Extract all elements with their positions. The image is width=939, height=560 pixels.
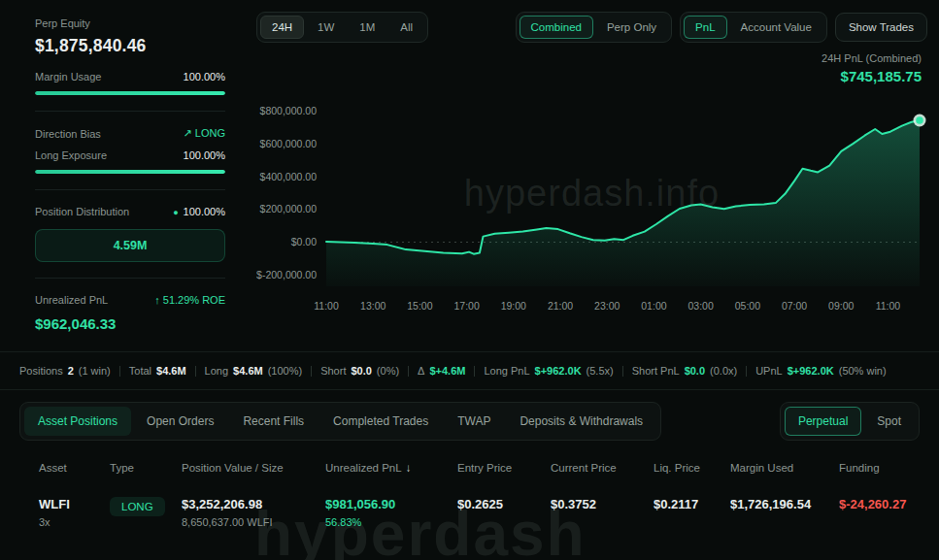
perp-equity-value: $1,875,840.46 [35, 36, 225, 56]
position-distribution-block: Position Distribution ●100.00% 4.59M [35, 190, 225, 279]
svg-text:$200,000.00: $200,000.00 [260, 203, 318, 214]
position-distribution-label: Position Distribution [35, 206, 129, 217]
svg-text:09:00: 09:00 [828, 300, 854, 312]
header-entry-price[interactable]: Entry Price [457, 462, 551, 474]
long-badge: LONG [110, 497, 165, 516]
roe-value: ↑ 51.29% ROE [154, 294, 225, 306]
svg-text:07:00: 07:00 [782, 300, 807, 312]
perp-equity-label: Perp Equity [35, 17, 225, 29]
positions-stats-bar: Positions 2 (1 win) Total $4.6M Long $4.… [0, 351, 939, 390]
table-row[interactable]: WLFI 3x LONG $3,252,206.98 8,650,637.00 … [19, 497, 920, 528]
stat-separator [408, 366, 409, 377]
tab-deposits-withdrawals[interactable]: Deposits & Withdrawals [506, 407, 656, 436]
unrealized-pnl-label: Unrealized PnL [35, 294, 108, 306]
pnl-chart-svg[interactable]: $800,000.00$600,000.00$400,000.00$200,00… [256, 86, 927, 329]
header-current-price[interactable]: Current Price [551, 462, 654, 474]
range-1m-button[interactable]: 1M [348, 16, 386, 39]
range-1w-button[interactable]: 1W [306, 16, 346, 39]
header-unrealized-pnl[interactable]: Unrealized PnL↓ [325, 462, 457, 474]
svg-text:$0.00: $0.00 [291, 236, 317, 247]
direction-bias-label: Direction Bias [35, 128, 101, 140]
sort-desc-icon: ↓ [406, 462, 412, 474]
cell-type: LONG [110, 497, 182, 516]
chart-current-value: $745,185.75 [256, 68, 922, 84]
header-liq-price[interactable]: Liq. Price [654, 462, 730, 474]
chart-mode-controls: Combined Perp Only PnL Account Value Sho… [516, 12, 927, 43]
positions-table: Asset Type Position Value / Size Unreali… [19, 462, 920, 528]
cell-unrealized-pnl: $981,056.90 56.83% [325, 497, 457, 528]
tab-open-orders[interactable]: Open Orders [133, 407, 227, 436]
perp-equity-block: Perp Equity $1,875,840.46 Margin Usage 1… [35, 4, 225, 112]
svg-text:$400,000.00: $400,000.00 [260, 171, 318, 182]
stat-separator [119, 366, 120, 377]
asset-symbol: WLFI [39, 497, 110, 511]
stat-long-pnl: Long PnL $+962.0K (5.5x) [484, 365, 613, 377]
direction-bias-value: ↗ LONG [184, 127, 225, 140]
tab-recent-fills[interactable]: Recent Fills [229, 407, 318, 436]
account-value-button[interactable]: Account Value [729, 16, 823, 39]
svg-text:13:00: 13:00 [360, 300, 386, 312]
header-asset[interactable]: Asset [19, 462, 110, 474]
chart-title: 24H PnL (Combined) [256, 52, 922, 64]
stat-separator [622, 366, 623, 377]
stat-separator [746, 366, 747, 377]
tab-perpetual[interactable]: Perpetual [785, 407, 861, 436]
combined-button[interactable]: Combined [520, 16, 593, 39]
header-margin-used[interactable]: Margin Used [730, 462, 839, 474]
svg-text:11:00: 11:00 [314, 300, 339, 312]
top-section: Perp Equity $1,875,840.46 Margin Usage 1… [0, 0, 939, 351]
svg-text:11:00: 11:00 [876, 300, 901, 312]
tab-twap[interactable]: TWAP [444, 407, 504, 436]
pnl-chart[interactable]: $800,000.00$600,000.00$400,000.00$200,00… [256, 86, 927, 329]
stat-total: Total $4.6M [129, 365, 186, 377]
tab-spot[interactable]: Spot [863, 407, 915, 436]
table-header-row: Asset Type Position Value / Size Unreali… [19, 462, 920, 474]
header-funding[interactable]: Funding [839, 462, 920, 474]
bottom-tabs-row: Asset Positions Open Orders Recent Fills… [19, 402, 920, 441]
cell-funding: $-24,260.27 [839, 497, 920, 511]
market-mode-tabs: Perpetual Spot [780, 402, 920, 441]
svg-text:$-200,000.00: $-200,000.00 [256, 269, 317, 280]
long-exposure-label: Long Exposure [35, 149, 107, 161]
position-total-value: 4.59M [114, 239, 148, 252]
tab-asset-positions[interactable]: Asset Positions [24, 407, 131, 436]
svg-text:01:00: 01:00 [641, 300, 666, 312]
cell-entry-price: $0.2625 [457, 497, 551, 511]
margin-usage-value: 100.00% [184, 71, 225, 82]
asset-leverage: 3x [39, 516, 110, 528]
green-dot-icon: ● [173, 208, 178, 217]
stat-separator [474, 366, 475, 377]
position-total-box[interactable]: 4.59M [35, 229, 225, 262]
perp-only-button[interactable]: Perp Only [595, 16, 668, 39]
stat-short-pnl: Short PnL $0.0 (0.0x) [632, 365, 737, 377]
direction-bias-block: Direction Bias ↗ LONG Long Exposure 100.… [35, 112, 225, 190]
show-trades-button[interactable]: Show Trades [835, 13, 927, 42]
long-exposure-value: 100.00% [184, 149, 225, 161]
chart-header: 24H PnL (Combined) $745,185.75 [256, 52, 922, 84]
svg-text:17:00: 17:00 [453, 300, 479, 312]
tab-completed-trades[interactable]: Completed Trades [319, 407, 442, 436]
svg-text:21:00: 21:00 [548, 300, 573, 312]
stat-delta: Δ $+4.6M [418, 365, 465, 377]
pnl-chart-panel: 24H 1W 1M All Combined Perp Only PnL Acc… [243, 0, 939, 351]
unrealized-pnl-block: Unrealized PnL ↑ 51.29% ROE $962,046.33 [35, 279, 225, 347]
stat-short: Short $0.0 (0%) [320, 365, 399, 377]
long-exposure-bar [35, 170, 225, 174]
header-type[interactable]: Type [110, 462, 182, 474]
header-position-value[interactable]: Position Value / Size [182, 462, 325, 474]
stat-long: Long $4.6M (100%) [205, 365, 303, 377]
svg-text:23:00: 23:00 [594, 300, 620, 312]
margin-usage-label: Margin Usage [35, 71, 101, 82]
view-mode-group: Combined Perp Only [516, 12, 673, 43]
svg-text:$800,000.00: $800,000.00 [260, 105, 318, 116]
range-all-button[interactable]: All [388, 16, 424, 39]
unrealized-pnl-value: $962,046.33 [35, 315, 225, 332]
range-24h-button[interactable]: 24H [260, 16, 304, 39]
svg-text:05:00: 05:00 [735, 300, 760, 312]
pnl-button[interactable]: PnL [684, 16, 726, 39]
position-distribution-value: ●100.00% [173, 206, 225, 217]
cell-margin-used: $1,726,196.54 [730, 497, 839, 511]
account-summary-sidebar: Perp Equity $1,875,840.46 Margin Usage 1… [0, 0, 243, 351]
stat-separator [195, 366, 196, 377]
svg-text:03:00: 03:00 [688, 300, 714, 312]
